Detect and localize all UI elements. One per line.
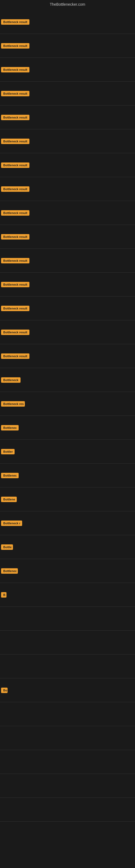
bottleneck-badge: Bottlenec: [1, 425, 18, 431]
bottleneck-badge: Bottlene: [1, 497, 17, 502]
list-item[interactable]: Bottleneck r: [0, 511, 135, 535]
list-item[interactable]: [0, 607, 135, 631]
bottleneck-badge: Bottleneck res: [1, 401, 25, 407]
bottleneck-badge: Bottleneck result: [1, 43, 30, 49]
bottleneck-badge: Bottleneck result: [1, 91, 30, 96]
bottleneck-badge: Bottleneck result: [1, 19, 30, 25]
list-item[interactable]: Bottleneck result: [0, 225, 135, 249]
bottleneck-badge: Bottleneck result: [1, 353, 30, 359]
bottleneck-badge: Bottleneck result: [1, 330, 30, 335]
list-item[interactable]: [0, 798, 135, 822]
bottleneck-badge: B: [1, 592, 6, 597]
list-item[interactable]: Bottlenec: [0, 464, 135, 488]
list-item[interactable]: [0, 774, 135, 798]
bottleneck-badge: Bottleneck r: [1, 521, 22, 526]
list-item[interactable]: [0, 654, 135, 678]
site-title: TheBottlenecker.com: [0, 0, 135, 9]
list-item[interactable]: Bottleneck result: [0, 201, 135, 225]
bottleneck-badge: Bottleneck result: [1, 282, 30, 287]
bottleneck-badge: Bottleneck result: [1, 234, 30, 240]
list-item[interactable]: Bottleneck result: [0, 320, 135, 344]
bottleneck-badge: Bottleneck: [1, 377, 20, 383]
bottleneck-badge: Bottleneck result: [1, 115, 30, 120]
list-item[interactable]: Bottleneck result: [0, 58, 135, 82]
list-item[interactable]: Bottleneck result: [0, 105, 135, 129]
list-item[interactable]: [0, 631, 135, 654]
list-item[interactable]: Bottleneck result: [0, 34, 135, 58]
list-item[interactable]: Bottleneck result: [0, 153, 135, 177]
list-item[interactable]: Bottleneck result: [0, 129, 135, 153]
bottleneck-badge: Bottlenec: [1, 568, 18, 574]
list-item[interactable]: Bottlene: [0, 488, 135, 511]
bottleneck-badge: Bottler: [1, 449, 14, 454]
list-item[interactable]: Bottlenec: [0, 559, 135, 583]
items-container: Bottleneck resultBottleneck resultBottle…: [0, 9, 135, 822]
bottleneck-badge: Bottleneck result: [1, 138, 30, 144]
list-item[interactable]: Bottle: [0, 535, 135, 559]
list-item[interactable]: Bottleneck result: [0, 10, 135, 34]
list-item[interactable]: [0, 750, 135, 774]
list-item[interactable]: Bottleneck result: [0, 273, 135, 297]
list-item[interactable]: [0, 702, 135, 726]
bottleneck-badge: Bottleneck result: [1, 306, 30, 311]
list-item[interactable]: Bottler: [0, 440, 135, 464]
list-item[interactable]: Bottleneck result: [0, 249, 135, 273]
bottleneck-badge: Bottlenec: [1, 473, 18, 478]
bottleneck-badge: Bottle: [1, 545, 13, 550]
bottleneck-badge: Bottleneck result: [1, 210, 30, 216]
list-item[interactable]: Bottleneck result: [0, 297, 135, 320]
list-item[interactable]: Bottleneck result: [0, 177, 135, 201]
list-item[interactable]: B: [0, 583, 135, 607]
bottleneck-badge: Bottleneck result: [1, 258, 30, 264]
list-item[interactable]: Bottlenec: [0, 416, 135, 440]
list-item[interactable]: Bo: [0, 678, 135, 702]
bottleneck-badge: Bottleneck result: [1, 162, 30, 168]
list-item[interactable]: Bottleneck: [0, 368, 135, 392]
list-item[interactable]: Bottleneck res: [0, 392, 135, 416]
list-item[interactable]: Bottleneck result: [0, 344, 135, 368]
list-item[interactable]: Bottleneck result: [0, 82, 135, 105]
list-item[interactable]: [0, 726, 135, 750]
bottleneck-badge: Bo: [1, 688, 8, 693]
bottleneck-badge: Bottleneck result: [1, 186, 30, 192]
bottleneck-badge: Bottleneck result: [1, 67, 30, 72]
